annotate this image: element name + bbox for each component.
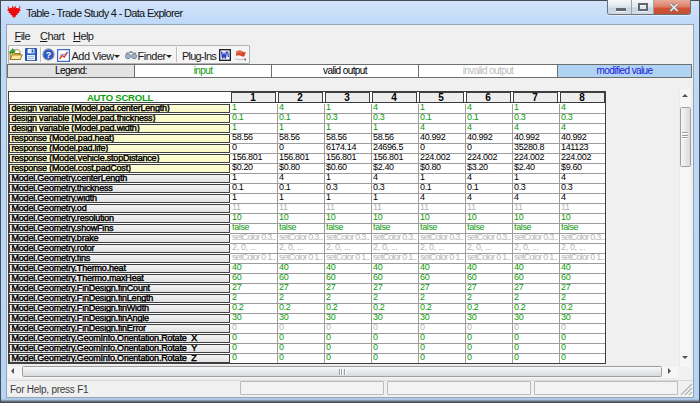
svg-text:?: ?	[46, 50, 52, 60]
